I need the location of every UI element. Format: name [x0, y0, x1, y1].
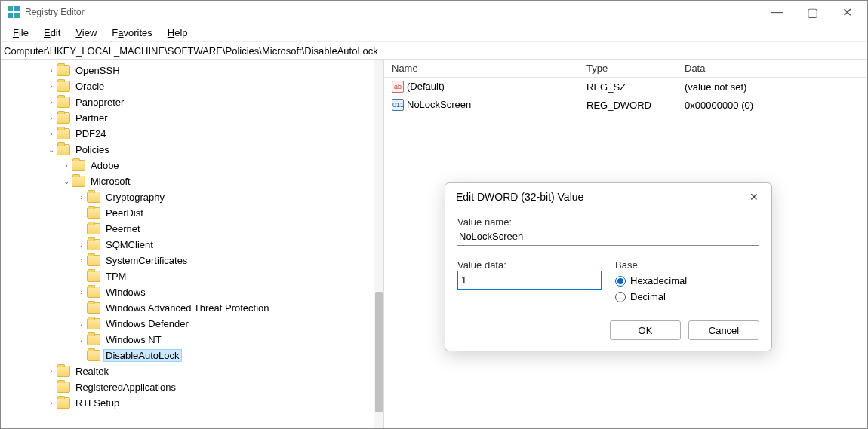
dword-value-icon: 011: [392, 99, 404, 111]
tree-item-openssh[interactable]: ›OpenSSH: [1, 63, 383, 78]
menu-help[interactable]: Help: [160, 26, 195, 40]
folder-icon: [57, 397, 70, 409]
tree-item-oracle[interactable]: ›Oracle: [1, 78, 383, 94]
tree-item-systemcertificates[interactable]: ›SystemCertificates: [1, 253, 383, 268]
edit-dword-dialog: Edit DWORD (32-bit) Value ✕ Value name: …: [445, 182, 772, 351]
menu-edit[interactable]: Edit: [36, 26, 68, 40]
tree-item-sqmclient[interactable]: ›SQMClient: [1, 237, 383, 253]
tree-scrollbar[interactable]: [374, 60, 383, 428]
svg-rect-2: [8, 13, 13, 18]
tree-item-peernet[interactable]: ›Peernet: [1, 221, 383, 237]
address-bar[interactable]: Computer\HKEY_LOCAL_MACHINE\SOFTWARE\Pol…: [1, 41, 867, 60]
menu-bar: File Edit View Favorites Help: [1, 23, 867, 41]
scroll-thumb[interactable]: [375, 292, 383, 412]
tree-item-policies[interactable]: ⌄Policies: [1, 142, 383, 158]
folder-icon: [57, 97, 70, 108]
folder-icon: [87, 287, 100, 298]
svg-rect-1: [14, 6, 20, 11]
menu-view[interactable]: View: [68, 26, 104, 40]
col-data[interactable]: Data: [677, 63, 867, 74]
folder-icon: [87, 223, 100, 234]
value-row-default[interactable]: ab(Default) REG_SZ (value not set): [384, 78, 867, 96]
folder-icon: [87, 239, 100, 250]
dialog-close-button[interactable]: ✕: [747, 191, 761, 203]
tree-item-peerdist[interactable]: ›PeerDist: [1, 205, 383, 221]
radio-icon: [615, 292, 626, 302]
tree-item-panopreter[interactable]: ›Panopreter: [1, 94, 383, 110]
folder-icon: [87, 350, 100, 361]
folder-icon: [87, 318, 100, 329]
string-value-icon: ab: [392, 81, 404, 93]
col-type[interactable]: Type: [579, 63, 677, 74]
tree-item-tpm[interactable]: ›TPM: [1, 268, 383, 284]
folder-icon: [72, 176, 85, 187]
folder-icon: [57, 144, 70, 155]
radio-icon: [615, 276, 626, 287]
chevron-down-icon[interactable]: ⌄: [46, 146, 57, 154]
menu-file[interactable]: File: [5, 26, 36, 40]
column-headers[interactable]: Name Type Data: [384, 60, 867, 78]
tree-item-windows-defender[interactable]: ›Windows Defender: [1, 316, 383, 332]
cancel-button[interactable]: Cancel: [688, 320, 759, 340]
folder-icon: [72, 160, 85, 171]
value-row-nolockscreen[interactable]: 011NoLockScreen REG_DWORD 0x00000000 (0): [384, 96, 867, 114]
window-title: Registry Editor: [25, 7, 760, 17]
svg-rect-3: [14, 13, 20, 18]
tree-item-pdf24[interactable]: ›PDF24: [1, 126, 383, 142]
tree-item-cryptography[interactable]: ›Cryptography: [1, 189, 383, 205]
tree-item-adobe[interactable]: ›Adobe: [1, 158, 383, 173]
tree-pane[interactable]: ›OpenSSH ›Oracle ›Panopreter ›Partner ›P…: [1, 60, 384, 428]
folder-icon: [87, 271, 100, 282]
folder-icon: [87, 302, 100, 314]
radio-decimal[interactable]: Decimal: [615, 291, 759, 302]
folder-icon: [57, 65, 70, 76]
tree-item-partner[interactable]: ›Partner: [1, 110, 383, 126]
tree-item-watp[interactable]: ›Windows Advanced Threat Protection: [1, 300, 383, 316]
minimize-button[interactable]: —: [760, 1, 795, 23]
folder-icon: [57, 366, 70, 377]
tree-item-realtek[interactable]: ›Realtek: [1, 363, 383, 379]
tree-item-microsoft[interactable]: ⌄Microsoft: [1, 173, 383, 189]
title-bar: Registry Editor — ▢ ✕: [1, 1, 867, 23]
values-pane: Name Type Data ab(Default) REG_SZ (value…: [384, 60, 867, 428]
folder-icon: [87, 334, 100, 345]
address-text: Computer\HKEY_LOCAL_MACHINE\SOFTWARE\Pol…: [4, 45, 378, 57]
folder-icon: [87, 255, 100, 266]
radio-hexadecimal[interactable]: Hexadecimal: [615, 275, 759, 287]
base-label: Base: [615, 259, 759, 271]
tree-item-disableautolock[interactable]: ›DisableAutoLock: [1, 348, 383, 363]
col-name[interactable]: Name: [384, 63, 579, 74]
maximize-button[interactable]: ▢: [795, 1, 830, 23]
value-data-input[interactable]: [457, 271, 602, 290]
dialog-title: Edit DWORD (32-bit) Value: [456, 191, 747, 203]
value-name-label: Value name:: [457, 216, 759, 228]
folder-icon: [57, 81, 70, 92]
tree-item-registeredapplications[interactable]: ›RegisteredApplications: [1, 379, 383, 395]
app-icon: [7, 5, 20, 19]
chevron-down-icon[interactable]: ⌄: [61, 177, 72, 185]
tree-item-windows-nt[interactable]: ›Windows NT: [1, 332, 383, 348]
folder-icon: [57, 128, 70, 139]
folder-icon: [87, 207, 100, 219]
menu-favorites[interactable]: Favorites: [104, 26, 159, 40]
value-data-label: Value data:: [457, 259, 602, 271]
ok-button[interactable]: OK: [610, 320, 681, 340]
tree-item-windows[interactable]: ›Windows: [1, 284, 383, 300]
close-button[interactable]: ✕: [830, 1, 864, 23]
folder-icon: [57, 382, 70, 393]
value-name-field[interactable]: [457, 228, 759, 246]
folder-icon: [57, 112, 70, 124]
svg-rect-0: [8, 6, 13, 11]
folder-icon: [87, 192, 100, 203]
tree-item-rtlsetup[interactable]: ›RTLSetup: [1, 395, 383, 411]
